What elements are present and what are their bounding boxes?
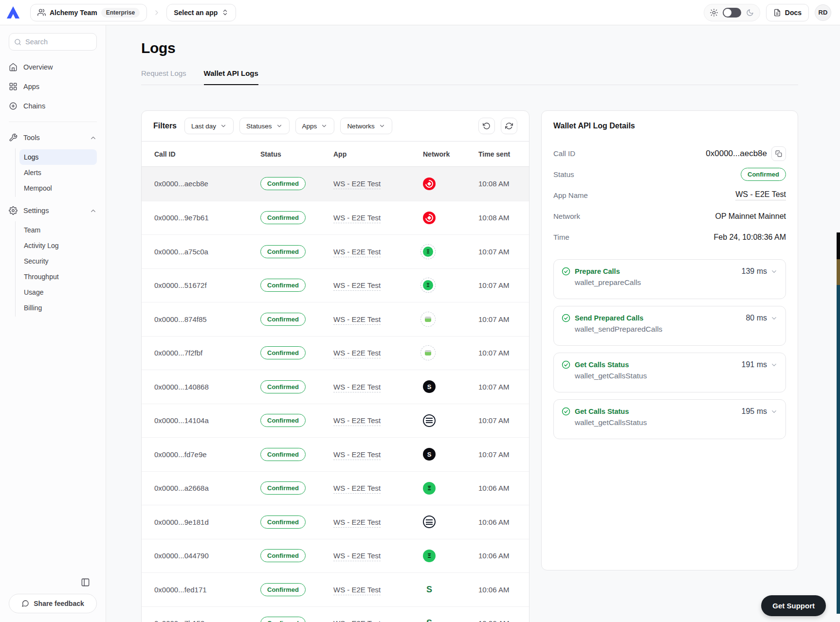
- step-name: Prepare Calls: [575, 267, 620, 275]
- sidebar-item-usage[interactable]: Usage: [19, 284, 97, 300]
- status-badge: Confirmed: [260, 313, 306, 326]
- sidebar-item-throughput[interactable]: Throughput: [19, 269, 97, 284]
- sidebar-item-billing[interactable]: Billing: [19, 300, 97, 316]
- copy-call-id-button[interactable]: [771, 146, 786, 161]
- app-link[interactable]: WS - E2E Test: [333, 213, 381, 223]
- table-row[interactable]: 0x0000...51672f Confirmed WS - E2E Test …: [142, 268, 529, 302]
- table-row[interactable]: 0x0000...7f2fbf Confirmed WS - E2E Test …: [142, 336, 529, 370]
- network-icon-cube-test: [423, 314, 433, 324]
- call-id-cell: 0x0000...14104a: [154, 416, 260, 425]
- app-link[interactable]: WS - E2E Test: [333, 619, 381, 622]
- search-input[interactable]: [25, 38, 84, 46]
- sidebar-section-settings[interactable]: Settings: [0, 201, 106, 220]
- alchemy-logo[interactable]: [6, 5, 20, 20]
- table-row[interactable]: 0x0000...874f85 Confirmed WS - E2E Test …: [142, 302, 529, 336]
- sun-icon[interactable]: [710, 9, 718, 17]
- table-row[interactable]: 0x0000...a2668a Confirmed WS - E2E Test …: [142, 471, 529, 505]
- docs-button[interactable]: Docs: [766, 4, 809, 21]
- step-name: Get Calls Status: [575, 408, 629, 415]
- filter-dropdown-apps[interactable]: Apps: [295, 118, 335, 134]
- call-id-cell: 0x0000...874f85: [154, 315, 260, 323]
- search-box[interactable]: [9, 33, 97, 51]
- table-row[interactable]: 0x0000...140868 Confirmed WS - E2E Test …: [142, 370, 529, 404]
- step-duration: 80 ms: [746, 314, 767, 322]
- share-feedback-label: Share feedback: [34, 600, 84, 607]
- tab-wallet-api-logs[interactable]: Wallet API Logs: [204, 69, 258, 85]
- sidebar-item-logs[interactable]: Logs: [19, 149, 97, 165]
- network-icon-sblack: [423, 380, 436, 393]
- sidebar-section-tools[interactable]: Tools: [0, 128, 106, 147]
- call-id-cell: 0x0000...044790: [154, 551, 260, 560]
- filter-dropdown-networks[interactable]: Networks: [340, 118, 392, 134]
- team-icon: [37, 8, 46, 17]
- app-link[interactable]: WS - E2E Test: [333, 248, 381, 257]
- status-badge: Confirmed: [260, 448, 306, 461]
- app-name-link[interactable]: WS - E2E Test: [735, 190, 786, 200]
- table-row[interactable]: 0x0000...9e7b61 Confirmed WS - E2E Test …: [142, 201, 529, 235]
- sidebar-item-alerts[interactable]: Alerts: [19, 165, 97, 180]
- search-icon: [14, 38, 21, 46]
- avatar[interactable]: RD: [815, 4, 831, 21]
- network-icon-ethgreen-test: [423, 247, 433, 257]
- app-link[interactable]: WS - E2E Test: [333, 349, 381, 358]
- sidebar-item-label: Chains: [23, 102, 45, 110]
- col-app: App: [333, 150, 415, 158]
- copy-icon: [775, 150, 782, 157]
- table-row[interactable]: 0x0000...a75c0a Confirmed WS - E2E Test …: [142, 234, 529, 268]
- app-link[interactable]: WS - E2E Test: [333, 518, 381, 528]
- sidebar-item-label: Apps: [23, 83, 39, 90]
- table-row[interactable]: 0x0000...14104a Confirmed WS - E2E Test …: [142, 404, 529, 438]
- table-row[interactable]: 0x0000...fd7e9e Confirmed WS - E2E Test …: [142, 437, 529, 471]
- app-link[interactable]: WS - E2E Test: [333, 586, 381, 595]
- app-link[interactable]: WS - E2E Test: [333, 551, 381, 561]
- chevron-down-icon[interactable]: [770, 361, 778, 369]
- logs-table-card: Filters Last day Statuses Apps Networks: [141, 110, 530, 622]
- document-icon: [773, 9, 781, 17]
- step-duration: 191 ms: [742, 360, 767, 369]
- call-id-cell: 0x0000...7b153c: [154, 619, 260, 622]
- collapse-sidebar-icon[interactable]: [81, 578, 90, 587]
- col-time-sent: Time sent: [478, 150, 529, 158]
- chevron-down-icon[interactable]: [770, 268, 778, 275]
- share-feedback-button[interactable]: Share feedback: [9, 594, 97, 613]
- theme-switch[interactable]: [723, 8, 741, 18]
- table-row[interactable]: 0x0000...044790 Confirmed WS - E2E Test …: [142, 539, 529, 573]
- sidebar-item-chains[interactable]: Chains: [9, 96, 97, 116]
- app-selector[interactable]: Select an app: [166, 4, 236, 21]
- filter-dropdown-last-day[interactable]: Last day: [184, 118, 234, 134]
- filter-dropdown-statuses[interactable]: Statuses: [239, 118, 290, 134]
- topbar: Alchemy Team Enterprise Select an app: [0, 0, 840, 25]
- get-support-button[interactable]: Get Support: [761, 595, 826, 616]
- col-status: Status: [260, 150, 333, 158]
- team-selector[interactable]: Alchemy Team Enterprise: [30, 4, 147, 21]
- sidebar-item-security[interactable]: Security: [19, 253, 97, 269]
- col-network: Network: [415, 150, 478, 158]
- app-link[interactable]: WS - E2E Test: [333, 383, 381, 392]
- reset-filters-button[interactable]: [478, 118, 495, 134]
- chevron-down-icon[interactable]: [770, 408, 778, 415]
- refresh-button[interactable]: [501, 118, 517, 134]
- sidebar-item-team[interactable]: Team: [19, 222, 97, 238]
- sidebar-item-overview[interactable]: Overview: [9, 57, 97, 77]
- sidebar-item-mempool[interactable]: Mempool: [19, 180, 97, 196]
- app-link[interactable]: WS - E2E Test: [333, 416, 381, 426]
- app-link[interactable]: WS - E2E Test: [333, 484, 381, 494]
- app-link[interactable]: WS - E2E Test: [333, 179, 381, 189]
- sidebar-item-apps[interactable]: Apps: [9, 77, 97, 96]
- moon-icon[interactable]: [746, 9, 754, 17]
- table-row[interactable]: 0x0000...fed171 Confirmed WS - E2E Test …: [142, 572, 529, 606]
- tab-request-logs[interactable]: Request Logs: [141, 69, 186, 85]
- detail-row-status: Status Confirmed: [553, 164, 786, 185]
- table-row[interactable]: 0x0000...aecb8e Confirmed WS - E2E Test …: [142, 167, 529, 201]
- table-row[interactable]: 0x0000...9e181d Confirmed WS - E2E Test …: [142, 505, 529, 539]
- app-link[interactable]: WS - E2E Test: [333, 315, 381, 325]
- chevron-up-icon: [90, 207, 97, 214]
- table-row[interactable]: 0x0000...7b153c Confirmed WS - E2E Test …: [142, 606, 529, 622]
- chevron-down-icon[interactable]: [770, 315, 778, 322]
- network-icon-sblack: [423, 448, 436, 461]
- app-link[interactable]: WS - E2E Test: [333, 281, 381, 291]
- col-call-id: Call ID: [154, 150, 260, 158]
- sidebar-item-activity-log[interactable]: Activity Log: [19, 238, 97, 253]
- chevron-down-icon: [321, 123, 328, 129]
- app-link[interactable]: WS - E2E Test: [333, 450, 381, 460]
